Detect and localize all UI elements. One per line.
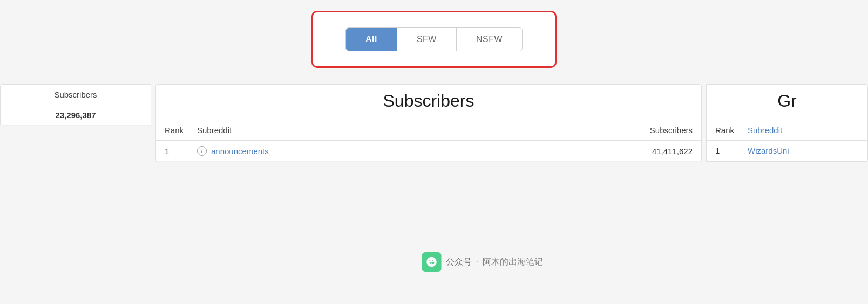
right-header-subreddit: Subreddit [748,126,859,135]
right-header-rank: Rank [715,126,748,135]
watermark-separator: · [476,257,478,267]
filter-all-button[interactable]: All [346,28,397,51]
left-subscriber-value: 23,296,387 [55,110,96,120]
rank-cell: 1 [165,147,197,156]
subscribers-table-header: Rank Subreddit Subscribers [156,120,701,141]
header-subscribers: Subscribers [595,126,693,135]
wechat-icon [422,252,442,272]
watermark-brand: 阿木的出海笔记 [483,257,543,268]
filter-nsfw-button[interactable]: NSFW [457,28,522,51]
right-subreddit-link[interactable]: WizardsUni [748,146,859,155]
table-row: 1 i announcements 41,411,622 [156,141,701,162]
right-partial-table: Gr Rank Subreddit 1 WizardsUni [706,84,868,162]
filter-sfw-button[interactable]: SFW [397,28,457,51]
left-partial-table: Subscribers 23,296,387 [0,84,151,126]
subreddit-link[interactable]: announcements [211,147,269,156]
right-rank-value: 1 [715,146,748,155]
watermark: 公众号 · 阿木的出海笔记 [422,252,543,272]
left-col-header: Subscribers [1,85,151,105]
subscribers-value: 41,411,622 [595,147,693,156]
right-table-title: Gr [707,85,867,120]
subreddit-cell: i announcements [197,146,595,156]
watermark-dots: 公众号 [446,257,472,268]
filter-section: All SFW NSFW [0,0,868,84]
left-data-row: 23,296,387 [1,105,151,126]
info-icon[interactable]: i [197,146,207,156]
header-subreddit: Subreddit [197,126,595,135]
right-header-row: Rank Subreddit [707,120,867,141]
page-wrapper: All SFW NSFW Subscribers 23,296,387 Subs… [0,0,868,304]
filter-box: All SFW NSFW [311,11,557,68]
subscribers-table-title: Subscribers [156,85,701,120]
subscribers-table: Subscribers Rank Subreddit Subscribers 1… [155,84,702,162]
right-data-row: 1 WizardsUni [707,141,867,161]
header-rank: Rank [165,126,197,135]
filter-buttons: All SFW NSFW [345,27,523,51]
